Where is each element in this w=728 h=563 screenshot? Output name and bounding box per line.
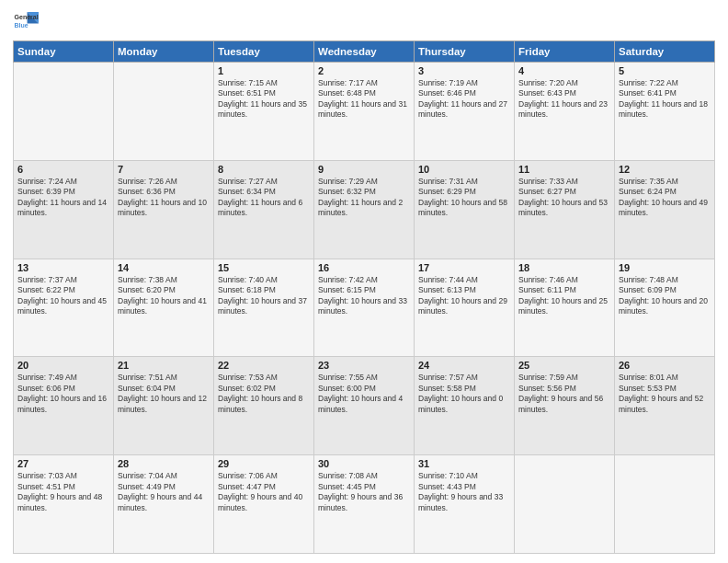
day-number: 8	[218, 164, 310, 175]
cell-content: Sunrise: 7:53 AMSunset: 6:02 PMDaylight:…	[218, 373, 310, 415]
calendar-cell: 13Sunrise: 7:37 AMSunset: 6:22 PMDayligh…	[14, 259, 114, 357]
cell-content: Sunrise: 7:57 AMSunset: 5:58 PMDaylight:…	[418, 373, 510, 415]
svg-text:Blue: Blue	[15, 22, 28, 29]
day-number: 1	[218, 65, 310, 76]
calendar-cell: 25Sunrise: 7:59 AMSunset: 5:56 PMDayligh…	[515, 357, 615, 455]
calendar-cell: 22Sunrise: 7:53 AMSunset: 6:02 PMDayligh…	[214, 357, 314, 455]
calendar-cell: 9Sunrise: 7:29 AMSunset: 6:32 PMDaylight…	[314, 160, 415, 259]
cell-content: Sunrise: 7:49 AMSunset: 6:06 PMDaylight:…	[17, 373, 109, 415]
day-number: 11	[518, 164, 610, 175]
logo: General Blue	[13, 9, 39, 35]
weekday-header-row: SundayMondayTuesdayWednesdayThursdayFrid…	[14, 41, 715, 63]
weekday-header-thursday: Thursday	[415, 41, 515, 63]
day-number: 28	[118, 458, 210, 469]
calendar-cell	[114, 63, 214, 161]
cell-content: Sunrise: 7:33 AMSunset: 6:27 PMDaylight:…	[518, 177, 610, 219]
day-number: 6	[17, 164, 109, 175]
cell-content: Sunrise: 7:20 AMSunset: 6:43 PMDaylight:…	[518, 78, 610, 121]
day-number: 19	[619, 262, 711, 273]
calendar-cell: 14Sunrise: 7:38 AMSunset: 6:20 PMDayligh…	[114, 259, 214, 357]
week-row-1: 1Sunrise: 7:15 AMSunset: 6:51 PMDaylight…	[14, 63, 715, 161]
day-number: 3	[418, 65, 510, 76]
day-number: 30	[318, 458, 410, 469]
calendar-cell	[14, 63, 114, 161]
calendar-cell: 1Sunrise: 7:15 AMSunset: 6:51 PMDaylight…	[214, 63, 314, 161]
day-number: 21	[118, 360, 210, 371]
cell-content: Sunrise: 7:59 AMSunset: 5:56 PMDaylight:…	[518, 373, 610, 415]
weekday-header-friday: Friday	[515, 41, 615, 63]
weekday-header-monday: Monday	[114, 41, 214, 63]
weekday-header-saturday: Saturday	[615, 41, 715, 63]
calendar-body: 1Sunrise: 7:15 AMSunset: 6:51 PMDaylight…	[14, 63, 715, 554]
calendar-cell: 29Sunrise: 7:06 AMSunset: 4:47 PMDayligh…	[214, 455, 314, 554]
day-number: 7	[118, 164, 210, 175]
calendar-cell: 4Sunrise: 7:20 AMSunset: 6:43 PMDaylight…	[515, 63, 615, 161]
day-number: 15	[218, 262, 310, 273]
weekday-header-tuesday: Tuesday	[214, 41, 314, 63]
calendar-cell: 21Sunrise: 7:51 AMSunset: 6:04 PMDayligh…	[114, 357, 214, 455]
calendar-cell: 5Sunrise: 7:22 AMSunset: 6:41 PMDaylight…	[615, 63, 715, 161]
calendar-cell	[615, 455, 715, 554]
day-number: 9	[318, 164, 410, 175]
cell-content: Sunrise: 7:22 AMSunset: 6:41 PMDaylight:…	[619, 78, 711, 121]
page: General Blue SundayMondayTuesdayWednesda…	[0, 0, 728, 563]
cell-content: Sunrise: 7:44 AMSunset: 6:13 PMDaylight:…	[418, 275, 510, 317]
cell-content: Sunrise: 7:03 AMSunset: 4:51 PMDaylight:…	[17, 471, 109, 513]
day-number: 13	[17, 262, 109, 273]
cell-content: Sunrise: 7:40 AMSunset: 6:18 PMDaylight:…	[218, 275, 310, 317]
cell-content: Sunrise: 7:31 AMSunset: 6:29 PMDaylight:…	[418, 177, 510, 219]
cell-content: Sunrise: 7:04 AMSunset: 4:49 PMDaylight:…	[118, 471, 210, 513]
calendar-cell: 26Sunrise: 8:01 AMSunset: 5:53 PMDayligh…	[615, 357, 715, 455]
header: General Blue	[13, 9, 715, 35]
svg-text:General: General	[15, 14, 39, 20]
calendar-cell: 16Sunrise: 7:42 AMSunset: 6:15 PMDayligh…	[314, 259, 415, 357]
day-number: 26	[619, 360, 711, 371]
cell-content: Sunrise: 7:19 AMSunset: 6:46 PMDaylight:…	[418, 78, 510, 121]
cell-content: Sunrise: 7:51 AMSunset: 6:04 PMDaylight:…	[118, 373, 210, 415]
day-number: 17	[418, 262, 510, 273]
cell-content: Sunrise: 7:55 AMSunset: 6:00 PMDaylight:…	[318, 373, 410, 415]
cell-content: Sunrise: 7:26 AMSunset: 6:36 PMDaylight:…	[118, 177, 210, 219]
calendar-cell: 31Sunrise: 7:10 AMSunset: 4:43 PMDayligh…	[415, 455, 515, 554]
cell-content: Sunrise: 7:06 AMSunset: 4:47 PMDaylight:…	[218, 471, 310, 513]
calendar-cell: 7Sunrise: 7:26 AMSunset: 6:36 PMDaylight…	[114, 160, 214, 259]
cell-content: Sunrise: 7:42 AMSunset: 6:15 PMDaylight:…	[318, 275, 410, 317]
calendar-cell: 19Sunrise: 7:48 AMSunset: 6:09 PMDayligh…	[615, 259, 715, 357]
calendar-cell: 15Sunrise: 7:40 AMSunset: 6:18 PMDayligh…	[214, 259, 314, 357]
calendar-cell: 10Sunrise: 7:31 AMSunset: 6:29 PMDayligh…	[415, 160, 515, 259]
cell-content: Sunrise: 7:10 AMSunset: 4:43 PMDaylight:…	[418, 471, 510, 513]
day-number: 4	[518, 65, 610, 76]
logo-icon: General Blue	[13, 9, 39, 35]
cell-content: Sunrise: 7:17 AMSunset: 6:48 PMDaylight:…	[318, 78, 410, 121]
cell-content: Sunrise: 7:27 AMSunset: 6:34 PMDaylight:…	[218, 177, 310, 219]
weekday-header-wednesday: Wednesday	[314, 41, 415, 63]
calendar-cell: 3Sunrise: 7:19 AMSunset: 6:46 PMDaylight…	[415, 63, 515, 161]
calendar-cell: 20Sunrise: 7:49 AMSunset: 6:06 PMDayligh…	[14, 357, 114, 455]
day-number: 27	[17, 458, 109, 469]
calendar-cell: 12Sunrise: 7:35 AMSunset: 6:24 PMDayligh…	[615, 160, 715, 259]
day-number: 20	[17, 360, 109, 371]
day-number: 24	[418, 360, 510, 371]
day-number: 25	[518, 360, 610, 371]
week-row-5: 27Sunrise: 7:03 AMSunset: 4:51 PMDayligh…	[14, 455, 715, 554]
week-row-4: 20Sunrise: 7:49 AMSunset: 6:06 PMDayligh…	[14, 357, 715, 455]
cell-content: Sunrise: 7:24 AMSunset: 6:39 PMDaylight:…	[17, 177, 109, 219]
day-number: 16	[318, 262, 410, 273]
calendar-cell: 8Sunrise: 7:27 AMSunset: 6:34 PMDaylight…	[214, 160, 314, 259]
day-number: 23	[318, 360, 410, 371]
calendar-cell: 17Sunrise: 7:44 AMSunset: 6:13 PMDayligh…	[415, 259, 515, 357]
day-number: 18	[518, 262, 610, 273]
day-number: 10	[418, 164, 510, 175]
day-number: 14	[118, 262, 210, 273]
day-number: 22	[218, 360, 310, 371]
calendar-cell: 28Sunrise: 7:04 AMSunset: 4:49 PMDayligh…	[114, 455, 214, 554]
calendar-table: SundayMondayTuesdayWednesdayThursdayFrid…	[13, 40, 715, 554]
cell-content: Sunrise: 7:38 AMSunset: 6:20 PMDaylight:…	[118, 275, 210, 317]
calendar-cell: 23Sunrise: 7:55 AMSunset: 6:00 PMDayligh…	[314, 357, 415, 455]
cell-content: Sunrise: 7:46 AMSunset: 6:11 PMDaylight:…	[518, 275, 610, 317]
calendar-cell: 18Sunrise: 7:46 AMSunset: 6:11 PMDayligh…	[515, 259, 615, 357]
cell-content: Sunrise: 7:08 AMSunset: 4:45 PMDaylight:…	[318, 471, 410, 513]
cell-content: Sunrise: 8:01 AMSunset: 5:53 PMDaylight:…	[619, 373, 711, 415]
day-number: 29	[218, 458, 310, 469]
weekday-header-sunday: Sunday	[14, 41, 114, 63]
